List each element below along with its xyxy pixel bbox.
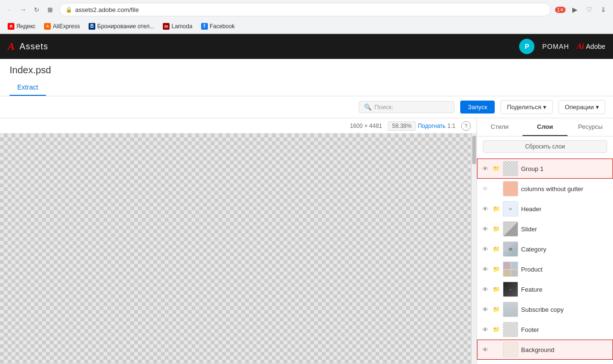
layer-item-group1[interactable]: 👁 📁 Group 1 [477, 159, 613, 179]
canvas-dimensions: 1600 × 4481 [350, 123, 382, 129]
adobe-icon: Ai [577, 42, 584, 51]
layer-name-header: Header [521, 205, 609, 213]
bookmark-aliexpress[interactable]: A AliExpress [40, 22, 84, 31]
visibility-icon-columns[interactable]: 👁 [481, 184, 489, 193]
zoom-control: 58.38% Подогнать 1:1 [388, 121, 455, 131]
bookmark-label: Бронирование отел... [97, 23, 154, 30]
refresh-button[interactable]: ↻ [31, 4, 42, 15]
adobe-label: Adobe [586, 43, 605, 50]
run-button[interactable]: Запуск [460, 101, 495, 114]
bookmark-yandex[interactable]: Я Яндекс [4, 22, 39, 31]
layer-name-footer: Footer [521, 326, 609, 333]
layer-name-feature: Feature [521, 286, 609, 293]
visibility-icon-category[interactable]: 👁 [481, 245, 489, 253]
tab-layers[interactable]: Слои [522, 118, 568, 136]
visibility-icon-group1[interactable]: 👁 [481, 164, 489, 173]
thumb-columns [503, 181, 518, 196]
back-button[interactable]: ← [4, 4, 15, 15]
help-button[interactable]: ? [461, 121, 471, 131]
layer-item-footer[interactable]: 👁 📁 Footer [477, 319, 613, 340]
search-box[interactable]: 🔍 Поиск: [359, 101, 454, 113]
share-label: Поделиться [507, 103, 541, 111]
folder-icon-columns [492, 185, 500, 193]
layer-name-group1: Group 1 [521, 165, 609, 172]
folder-icon-footer: 📁 [492, 326, 500, 333]
visibility-icon-product[interactable]: 👁 [481, 265, 489, 273]
folder-icon-slider: 📁 [492, 225, 500, 233]
user-avatar[interactable]: Р [519, 39, 534, 54]
scrollbar-thumb[interactable] [472, 136, 476, 164]
tab-resources[interactable]: Ресурсы [568, 118, 613, 136]
visibility-icon-background[interactable]: 👁 [481, 345, 489, 354]
tabs-button[interactable]: ▦ [44, 4, 56, 15]
lock-icon: 🔒 [66, 7, 72, 13]
layer-name-columns: columns without gutter [521, 185, 609, 193]
visibility-icon-feature[interactable]: 👁 [481, 285, 489, 294]
visibility-icon-header[interactable]: 👁 [481, 205, 489, 213]
thumb-product-layer [503, 262, 518, 277]
folder-icon-group1: 📁 [492, 165, 500, 172]
operations-button[interactable]: Операции ▾ [558, 100, 605, 114]
visibility-icon-footer[interactable]: 👁 [481, 325, 489, 334]
app-header: A Assets Р РОМАН Ai Adobe [0, 34, 613, 59]
browser-actions: 1✕ ▶ ♡ ⇓ [555, 4, 609, 15]
folder-icon-subscribe: 📁 [492, 306, 500, 313]
thumb-group1 [503, 161, 518, 176]
visibility-icon-subscribe[interactable]: 👁 [481, 305, 489, 314]
layer-item-columns[interactable]: 👁 columns without gutter [477, 179, 613, 199]
layer-item-category[interactable]: 👁 📁 🖼 Category [477, 239, 613, 259]
bookmarks-bar: Я Яндекс A AliExpress B Бронирование оте… [0, 19, 613, 34]
adobe-logo-icon: A [8, 40, 15, 53]
share-arrow-icon: ▾ [543, 103, 546, 111]
ops-label: Операции [565, 103, 594, 111]
adobe-text-logo: Ai Adobe [577, 42, 605, 51]
layer-item-product[interactable]: 👁 📁 Product [477, 259, 613, 279]
layer-name-subscribe: Subscribe copy [521, 306, 609, 313]
bookmark-booking[interactable]: B Бронирование отел... [85, 22, 158, 31]
search-icon: 🔍 [364, 103, 372, 111]
layers-list: 👁 📁 Group 1 👁 columns without gutter 👁 📁… [477, 157, 613, 364]
layer-item-subscribe[interactable]: 👁 📁 Subscribe copy [477, 299, 613, 319]
visibility-icon-slider[interactable]: 👁 [481, 225, 489, 233]
zoom-value: 58.38% [388, 121, 416, 131]
thumb-feature-layer: ▪ [503, 282, 518, 297]
forward-button[interactable]: → [17, 4, 29, 15]
bookmark-label: Lamoda [171, 23, 192, 30]
lamoda-favicon: In [163, 23, 170, 30]
canvas-toolbar: 1600 × 4481 58.38% Подогнать 1:1 ? [0, 118, 477, 134]
page-header: Index.psd Extract [0, 59, 613, 96]
layer-name-background: Background [521, 346, 609, 353]
bookmark-lamoda[interactable]: In Lamoda [159, 22, 196, 31]
thumb-slider-layer [503, 221, 518, 237]
bookmark-label: Яндекс [16, 23, 35, 30]
canvas-scrollbar-vertical[interactable] [472, 134, 477, 364]
folder-icon-header: 📁 [492, 205, 500, 213]
tab-styles[interactable]: Стили [477, 118, 522, 136]
layer-item-header[interactable]: 👁 📁 H Header [477, 199, 613, 219]
url-text: assets2.adobe.com/file [75, 6, 545, 13]
browser-chrome: ← → ↻ ▦ 🔒 assets2.adobe.com/file 1✕ ▶ ♡ … [0, 0, 613, 34]
ops-arrow-icon: ▾ [596, 103, 599, 111]
layer-item-feature[interactable]: 👁 📁 ▪ Feature [477, 279, 613, 299]
canvas-container: 1600 × 4481 58.38% Подогнать 1:1 ? [0, 118, 477, 364]
thumb-subscribe-layer [503, 302, 518, 317]
user-name: РОМАН [542, 43, 569, 50]
app-header-right: Р РОМАН Ai Adobe [519, 39, 605, 54]
app-logo: A Assets [8, 40, 48, 53]
share-button[interactable]: Поделиться ▾ [500, 100, 553, 114]
tab-extract[interactable]: Extract [10, 80, 46, 96]
notifications-button[interactable]: 1✕ [555, 4, 566, 15]
address-bar[interactable]: 🔒 assets2.adobe.com/file [59, 3, 551, 16]
download-button[interactable]: ⇓ [598, 4, 609, 15]
layer-item-background[interactable]: 👁 Background [477, 340, 613, 360]
bookmark-facebook[interactable]: f Facebook [197, 22, 239, 31]
layers-tabs: Стили Слои Ресурсы [477, 118, 613, 136]
zoom-ratio: 1:1 [447, 123, 455, 129]
favorites-button[interactable]: ♡ [583, 4, 595, 15]
reset-layers-button[interactable]: Сбросить слои [483, 140, 607, 153]
layers-panel: Стили Слои Ресурсы Сбросить слои 👁 📁 Gro… [477, 118, 613, 364]
layer-item-slider[interactable]: 👁 📁 Slider [477, 219, 613, 239]
page-tabs: Extract [10, 80, 603, 96]
fit-button[interactable]: Подогнать [418, 123, 445, 129]
cast-button[interactable]: ▶ [569, 4, 580, 15]
